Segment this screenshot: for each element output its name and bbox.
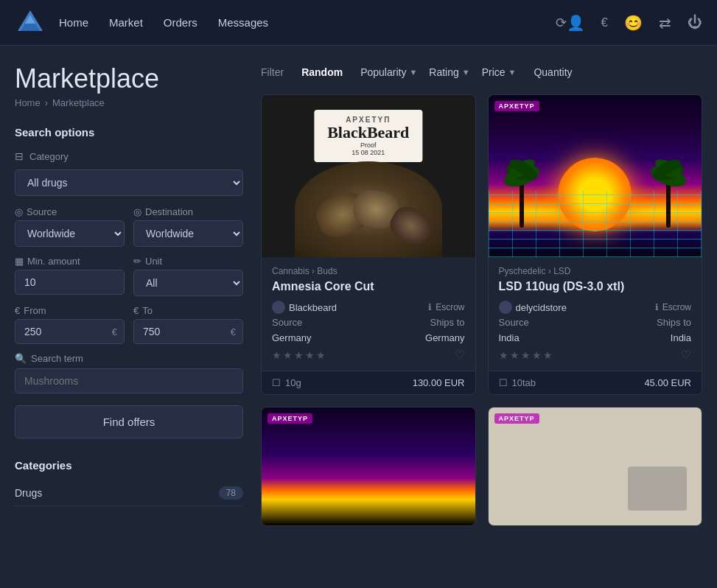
unit-label: ✏ Unit xyxy=(133,256,243,267)
vendor-avatar-1 xyxy=(272,301,285,314)
source-row-1: Source Germany Ships to Germany xyxy=(272,317,465,343)
nav-home[interactable]: Home xyxy=(59,16,88,29)
from-group: € From € xyxy=(15,305,125,344)
face-icon[interactable]: 😊 xyxy=(624,14,643,32)
filter-price[interactable]: Price ▼ xyxy=(482,66,517,78)
product-category-2: Pyschedelic › LSD xyxy=(499,266,692,276)
escrow-text-2: Escrow xyxy=(662,302,691,312)
qty-val-2: 10tab xyxy=(512,377,536,388)
nav-messages[interactable]: Messages xyxy=(218,16,268,29)
breadcrumb-current: Marketplace xyxy=(52,97,105,108)
category-item-drugs[interactable]: Drugs 78 xyxy=(15,480,243,506)
source-group: ◎ Source Worldwide xyxy=(15,206,125,247)
vendor-name-1[interactable]: Blackbeard xyxy=(289,302,337,313)
to-input[interactable] xyxy=(133,319,243,344)
user-icon[interactable]: 👤 xyxy=(567,14,585,32)
heart-icon-2[interactable]: ♡ xyxy=(681,348,691,362)
unit-select[interactable]: All xyxy=(133,270,243,296)
heart-icon-1[interactable]: ♡ xyxy=(455,348,465,362)
product-image-2: APXETYP xyxy=(489,95,702,257)
bb-label-wrap: APXETYП BlackBeard Proof15 08 2021 xyxy=(314,110,422,162)
price-val-1: 130.00 EUR xyxy=(413,377,465,388)
destination-select[interactable]: Worldwide xyxy=(133,220,243,247)
euro-to-icon: € xyxy=(133,305,139,316)
archetyp-badge-4: APXETYP xyxy=(494,413,539,424)
source-row-2: Source India Ships to India xyxy=(499,317,692,343)
bar-chart-icon: ▦ xyxy=(15,256,24,267)
euro-icon[interactable]: € xyxy=(601,15,608,30)
popularity-arrow-icon: ▼ xyxy=(409,68,417,77)
from-input[interactable] xyxy=(15,319,125,344)
categories-section: Categories Drugs 78 xyxy=(15,459,243,506)
footer-price-2: 45.00 EUR xyxy=(595,377,691,388)
to-currency-suffix: € xyxy=(231,326,236,337)
exchange-icon[interactable]: ⇄ xyxy=(659,14,671,32)
bb-proof: Proof15 08 2021 xyxy=(327,141,409,156)
category-label: Category xyxy=(29,151,69,162)
to-group: € To € xyxy=(133,305,243,344)
palm-left xyxy=(500,139,544,228)
price-val-2: 45.00 EUR xyxy=(644,377,691,388)
product-name-1[interactable]: Amnesia Core Cut xyxy=(272,280,465,293)
amount-unit-row: ▦ Min. amount ✏ Unit All xyxy=(15,256,243,296)
stars-row-2: ★★★★★ ♡ xyxy=(499,348,692,362)
navbar-right-icons: 👤 € 😊 ⇄ ⏻ xyxy=(567,14,702,32)
pencil-icon: ✏ xyxy=(133,256,141,267)
content-area: Filter Random Popularity ▼ Rating ▼ Pric… xyxy=(261,63,702,588)
price-range-row: € From € € To € xyxy=(15,305,243,344)
refresh-icon[interactable]: ⟳ xyxy=(556,15,567,31)
filter-quantity[interactable]: Quantity xyxy=(528,63,578,81)
location-icon: ◎ xyxy=(15,206,23,217)
source-val-2: India xyxy=(499,332,595,343)
find-offers-button[interactable]: Find offers xyxy=(15,405,243,438)
filter-rating[interactable]: Rating ▼ xyxy=(429,66,469,78)
source-select[interactable]: Worldwide xyxy=(15,220,125,247)
search-options-section: Search options ⊟ Category All drugs ◎ So… xyxy=(15,126,243,438)
nav-market[interactable]: Market xyxy=(109,16,143,29)
min-amount-input[interactable] xyxy=(15,270,125,295)
source-col-1: Source Germany xyxy=(272,317,368,343)
nav-links: Home Market Orders Messages xyxy=(59,16,548,29)
footer-qty-2: ☐ 10tab xyxy=(499,377,595,388)
package-icon-2: ☐ xyxy=(499,377,508,388)
destination-label: ◎ Destination xyxy=(133,206,243,217)
ships-col-2: Ships to India xyxy=(595,317,691,343)
filter-random[interactable]: Random xyxy=(295,63,349,81)
source-destination-row: ◎ Source Worldwide ◎ Destination Worldwi… xyxy=(15,206,243,247)
power-icon[interactable]: ⏻ xyxy=(688,14,702,31)
source-label: ◎ Source xyxy=(15,206,125,217)
vendor-name-2[interactable]: delycidstore xyxy=(516,302,567,313)
search-term-input[interactable] xyxy=(15,368,243,393)
product-image-4: APXETYP xyxy=(489,407,702,525)
breadcrumb: Home › Marketplace xyxy=(15,97,243,108)
vendor-avatar-2 xyxy=(499,301,512,314)
page-title: Marketplace xyxy=(15,63,243,94)
min-amount-group: ▦ Min. amount xyxy=(15,256,125,296)
filter-popularity[interactable]: Popularity ▼ xyxy=(360,66,417,78)
product-info-2: Pyschedelic › LSD LSD 110ug (DS-3.0 xtl)… xyxy=(489,257,702,371)
stars-row-1: ★★★★★ ♡ xyxy=(272,348,465,362)
breadcrumb-home[interactable]: Home xyxy=(15,97,41,108)
product-grid: APXETYП BlackBeard Proof15 08 2021 Canna… xyxy=(261,94,702,526)
navbar: Home Market Orders Messages ⟳ 👤 € 😊 ⇄ ⏻ xyxy=(0,0,717,46)
to-label: € To xyxy=(133,305,243,316)
nav-orders[interactable]: Orders xyxy=(164,16,197,29)
palm-right xyxy=(646,139,690,228)
escrow-right-1: ℹ Escrow xyxy=(370,302,465,312)
from-label: € From xyxy=(15,305,125,316)
rating-arrow-icon: ▼ xyxy=(462,68,470,77)
app-logo[interactable] xyxy=(15,7,46,38)
source-col-2: Source India xyxy=(499,317,595,343)
product-category-1: Cannabis › Buds xyxy=(272,266,465,276)
product-name-2[interactable]: LSD 110ug (DS-3.0 xtl) xyxy=(499,280,692,293)
package-icon-1: ☐ xyxy=(272,377,281,388)
breadcrumb-separator: › xyxy=(45,97,48,108)
star-rating-1: ★★★★★ xyxy=(272,349,327,361)
category-select[interactable]: All drugs xyxy=(15,169,243,196)
escrow-text-1: Escrow xyxy=(436,302,464,312)
vendor-row-2: delycidstore ℹ Escrow xyxy=(499,301,692,314)
star-rating-2: ★★★★★ xyxy=(499,349,554,361)
category-count: 78 xyxy=(219,486,243,500)
filter-bar: Filter Random Popularity ▼ Rating ▼ Pric… xyxy=(261,63,702,81)
source-val-1: Germany xyxy=(272,332,368,343)
